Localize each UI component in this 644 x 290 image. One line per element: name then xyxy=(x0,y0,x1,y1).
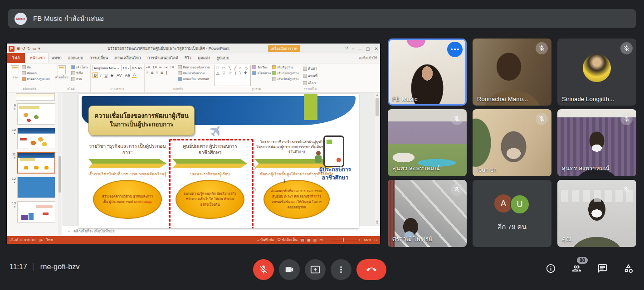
zoom-slider[interactable] xyxy=(331,240,357,240)
arrange-button[interactable]: จัดเรียง xyxy=(252,65,271,70)
line-spacing-icon[interactable]: ↕≡ xyxy=(170,65,175,69)
reset-button[interactable]: รีเซ็ต xyxy=(71,71,88,76)
qat-dropdown-icon[interactable]: ▾ xyxy=(38,46,40,51)
slide-right-label[interactable]: ผู้ประกอบการ อาชีวศึกษา xyxy=(314,165,356,182)
view-reading-button[interactable]: ▥ xyxy=(313,238,317,242)
find-button[interactable]: ค้นหา xyxy=(303,66,317,72)
restore-button[interactable]: ▢ xyxy=(366,46,370,51)
shape-effects-button[interactable]: เอฟเฟ็กต์รูปร่าง xyxy=(272,77,298,82)
align-right-button[interactable]: ≡ xyxy=(156,71,159,75)
save-icon[interactable]: ▣ xyxy=(16,46,20,51)
cut-button[interactable]: ตัด xyxy=(22,65,50,70)
notes-collapse-icon[interactable]: ▪ xyxy=(68,229,70,233)
oval-1[interactable]: สร้างองค์ความรู้ด้าน ธุรกิจและการเป็น ผู… xyxy=(93,180,162,219)
zoom-in-button[interactable]: + xyxy=(359,238,361,242)
smartart-button[interactable]: แปลงเป็น SmartArt xyxy=(178,77,210,82)
align-center-button[interactable]: ≣ xyxy=(151,71,154,75)
chat-button[interactable] xyxy=(596,262,608,274)
tile-options-button[interactable] xyxy=(447,42,463,57)
slide-scrollbar[interactable]: ▲ ▲ ▼ xyxy=(375,93,379,225)
strikethrough-button[interactable]: S xyxy=(110,73,114,77)
tab-design[interactable]: ออกแบบ xyxy=(65,53,87,63)
slideshow-icon[interactable]: ▭ xyxy=(33,46,37,51)
select-button[interactable]: เลือก xyxy=(303,80,317,86)
shrink-font-icon[interactable]: A˅ xyxy=(138,66,142,70)
tab-view[interactable]: มุมมอง xyxy=(195,53,214,63)
tile-sarawut[interactable]: ศราวุฒิ ไพฑูรย์ xyxy=(388,180,467,247)
slide-canvas[interactable]: ความเชื่อมโยงของการพัฒนาผู้เรียน ในการเป… xyxy=(78,94,359,228)
tile-overflow[interactable]: A U อีก 79 คน xyxy=(473,180,551,247)
italic-button[interactable]: I xyxy=(99,73,102,77)
scrollbar-thumb[interactable] xyxy=(376,98,379,116)
activities-button[interactable] xyxy=(622,262,634,274)
scroll-up-icon[interactable]: ▲ xyxy=(376,93,379,96)
slide-title-box[interactable]: ความเชื่อมโยงของการพัฒนาผู้เรียน ในการเป… xyxy=(88,106,195,135)
selection-handle[interactable] xyxy=(253,188,256,191)
thumbnail-slide-10[interactable]: 10✶ xyxy=(9,128,57,149)
format-painter-button[interactable]: ตัวคัดวางรูปแบบ xyxy=(22,77,50,82)
next-slide-icon[interactable]: ▼ xyxy=(376,222,379,225)
tile-you[interactable]: คุณ xyxy=(557,180,636,247)
view-sorter-button[interactable]: ▦ xyxy=(307,238,311,242)
notes-view-button[interactable]: ≡ บันทึกย่อ xyxy=(257,237,274,243)
meeting-details-button[interactable] xyxy=(545,262,556,274)
bullets-button[interactable]: •≡ xyxy=(146,65,151,69)
ribbon-display-button[interactable]: ▫ xyxy=(352,46,354,51)
thumbnail-slide-12[interactable]: 12✶ xyxy=(9,177,57,198)
language-label[interactable]: ไทย xyxy=(46,237,53,243)
text-direction-button[interactable]: ทิศทางของข้อความ xyxy=(178,65,210,70)
new-slide-button[interactable]: สไลด์ใหม่ xyxy=(54,65,70,86)
hangup-button[interactable] xyxy=(356,259,386,280)
bold-button[interactable]: B xyxy=(93,72,98,78)
undo-icon[interactable]: ↺ xyxy=(22,46,26,51)
camera-button[interactable] xyxy=(279,259,300,280)
tab-slideshow[interactable]: การนำเสนอสไลด์ xyxy=(144,53,181,63)
underline-button[interactable]: U xyxy=(104,73,109,77)
tile-ronnachai[interactable]: Ronnachai Mano... xyxy=(473,39,551,106)
font-name-select[interactable]: Angsana New▾ xyxy=(93,65,121,71)
tab-home[interactable]: หน้าแรก xyxy=(26,53,48,63)
present-button[interactable] xyxy=(305,259,326,280)
slide-column-1[interactable]: รายวิชา “ธุรกิจและการ เป็นผู้ประกอบการ” … xyxy=(88,142,166,219)
fit-to-window-button[interactable]: ⊡ xyxy=(374,238,377,242)
align-text-button[interactable]: จัดแนวข้อความ xyxy=(178,71,210,76)
indent-decrease-icon[interactable]: ⇤ xyxy=(159,65,163,69)
tile-ioun-ch[interactable]: ioun ch xyxy=(473,109,551,176)
copy-button[interactable]: คัดลอก xyxy=(22,71,50,76)
indent-increase-icon[interactable]: ⇥ xyxy=(165,65,168,69)
oval-3[interactable]: ส่งแผนธุรกิจที่ผ่าน กระบวนการของศูนย์บ่ม… xyxy=(263,180,330,219)
paste-button[interactable]: วาง xyxy=(10,65,20,86)
align-left-button[interactable]: ≡ xyxy=(146,71,149,75)
section-button[interactable]: ส่วน xyxy=(71,77,88,82)
zoom-level[interactable]: 66% xyxy=(364,238,371,242)
view-normal-button[interactable]: ▤ xyxy=(301,238,305,242)
shape-fill-button[interactable]: เติมสีรูปร่าง xyxy=(272,65,298,70)
minimize-button[interactable]: – xyxy=(359,46,361,51)
tab-transitions[interactable]: การเปลี่ยน xyxy=(86,53,111,63)
numbering-button[interactable]: 1≡ xyxy=(152,65,157,69)
columns-button[interactable]: ∥ xyxy=(166,71,168,75)
font-size-select[interactable]: 18▾ xyxy=(121,65,131,71)
font-color-icon[interactable]: A xyxy=(132,72,137,78)
selection-handle[interactable] xyxy=(253,166,256,169)
help-button[interactable]: ? xyxy=(345,46,348,51)
thumbnails-scrollbar[interactable] xyxy=(58,93,61,235)
tile-sirinade[interactable]: Sirinade Longjitth... xyxy=(557,39,636,106)
grow-font-icon[interactable]: A˄ xyxy=(132,66,137,70)
shape-outline-button[interactable]: เส้นกรอบรูปร่าง xyxy=(272,71,298,76)
tab-file[interactable]: ไฟล์ xyxy=(7,53,25,63)
tile-fb-music[interactable]: FB Music xyxy=(388,39,467,106)
tab-review[interactable]: รีวิว xyxy=(181,53,195,63)
selection-handle[interactable] xyxy=(339,166,342,169)
view-slideshow-button[interactable]: ▭ xyxy=(319,238,323,242)
thumbnail-slide-11-selected[interactable]: 11✶ xyxy=(9,152,57,174)
replace-button[interactable]: แทนที่ xyxy=(303,73,317,79)
tab-insert[interactable]: แทรก xyxy=(49,53,65,63)
mic-button[interactable] xyxy=(253,259,274,280)
zoom-out-button[interactable]: − xyxy=(327,238,329,242)
tab-format[interactable]: รูปแบบ xyxy=(214,53,233,63)
participants-button[interactable]: 88 xyxy=(571,262,582,274)
close-button[interactable]: ✕ xyxy=(375,46,378,51)
thumbnail-slide-9[interactable]: 9✶ xyxy=(9,103,57,125)
thumbnail-slide-8-partial[interactable] xyxy=(16,93,55,101)
